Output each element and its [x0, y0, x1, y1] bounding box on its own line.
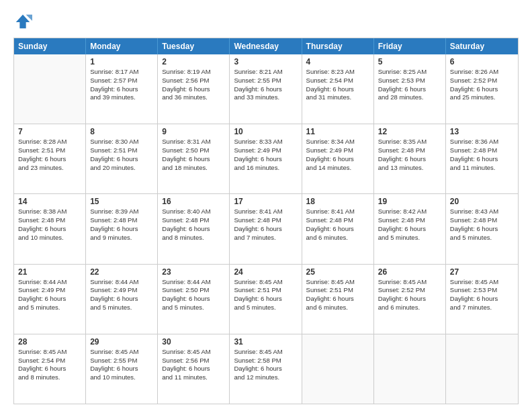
cell-info: Sunrise: 8:39 AM Sunset: 2:48 PM Dayligh… — [90, 208, 153, 242]
day-number: 10 — [234, 127, 297, 136]
cell-info: Sunrise: 8:25 AM Sunset: 2:53 PM Dayligh… — [378, 68, 441, 102]
day-number: 3 — [234, 57, 297, 66]
cell-info: Sunrise: 8:45 AM Sunset: 2:54 PM Dayligh… — [18, 348, 81, 382]
calendar-cell: 21Sunrise: 8:44 AM Sunset: 2:49 PM Dayli… — [14, 265, 86, 334]
calendar-cell: 25Sunrise: 8:45 AM Sunset: 2:51 PM Dayli… — [302, 265, 374, 334]
calendar-cell: 29Sunrise: 8:45 AM Sunset: 2:55 PM Dayli… — [86, 334, 158, 404]
day-number: 6 — [450, 57, 514, 66]
calendar-cell: 19Sunrise: 8:42 AM Sunset: 2:48 PM Dayli… — [374, 194, 446, 263]
calendar-cell: 8Sunrise: 8:30 AM Sunset: 2:51 PM Daylig… — [86, 124, 158, 193]
svg-marker-0 — [16, 15, 30, 29]
day-number: 26 — [378, 267, 441, 277]
calendar-cell: 4Sunrise: 8:23 AM Sunset: 2:54 PM Daylig… — [302, 54, 374, 124]
page: SundayMondayTuesdayWednesdayThursdayFrid… — [0, 0, 532, 411]
cell-info: Sunrise: 8:19 AM Sunset: 2:56 PM Dayligh… — [162, 68, 225, 102]
cell-info: Sunrise: 8:44 AM Sunset: 2:49 PM Dayligh… — [90, 278, 153, 312]
day-number: 30 — [162, 337, 225, 347]
header-day-monday: Monday — [86, 38, 158, 54]
day-number: 20 — [450, 197, 514, 206]
day-number: 1 — [90, 57, 153, 66]
calendar-cell: 12Sunrise: 8:35 AM Sunset: 2:48 PM Dayli… — [374, 124, 446, 193]
cell-info: Sunrise: 8:17 AM Sunset: 2:57 PM Dayligh… — [90, 68, 153, 102]
calendar-header: SundayMondayTuesdayWednesdayThursdayFrid… — [14, 38, 518, 54]
calendar-cell — [14, 54, 86, 124]
cell-info: Sunrise: 8:36 AM Sunset: 2:48 PM Dayligh… — [450, 138, 514, 172]
calendar-cell: 13Sunrise: 8:36 AM Sunset: 2:48 PM Dayli… — [446, 124, 518, 193]
cell-info: Sunrise: 8:35 AM Sunset: 2:48 PM Dayligh… — [378, 138, 441, 172]
day-number: 21 — [18, 267, 81, 277]
cell-info: Sunrise: 8:43 AM Sunset: 2:48 PM Dayligh… — [450, 208, 514, 242]
calendar-cell: 23Sunrise: 8:44 AM Sunset: 2:50 PM Dayli… — [158, 265, 230, 334]
calendar-cell: 2Sunrise: 8:19 AM Sunset: 2:56 PM Daylig… — [158, 54, 230, 124]
header-day-thursday: Thursday — [302, 38, 374, 54]
header-day-friday: Friday — [374, 38, 446, 54]
calendar-cell: 15Sunrise: 8:39 AM Sunset: 2:48 PM Dayli… — [86, 194, 158, 263]
calendar-cell: 17Sunrise: 8:41 AM Sunset: 2:48 PM Dayli… — [230, 194, 302, 263]
cell-info: Sunrise: 8:45 AM Sunset: 2:56 PM Dayligh… — [162, 348, 225, 382]
calendar-cell: 22Sunrise: 8:44 AM Sunset: 2:49 PM Dayli… — [86, 265, 158, 334]
day-number: 13 — [450, 127, 514, 136]
calendar-row-1: 1Sunrise: 8:17 AM Sunset: 2:57 PM Daylig… — [14, 54, 518, 124]
calendar-cell — [374, 334, 446, 404]
cell-info: Sunrise: 8:40 AM Sunset: 2:48 PM Dayligh… — [162, 208, 225, 242]
calendar-cell — [302, 334, 374, 404]
header-day-wednesday: Wednesday — [230, 38, 302, 54]
calendar-cell: 26Sunrise: 8:45 AM Sunset: 2:52 PM Dayli… — [374, 265, 446, 334]
logo-icon — [13, 12, 32, 31]
cell-info: Sunrise: 8:45 AM Sunset: 2:52 PM Dayligh… — [378, 278, 441, 312]
calendar-cell: 28Sunrise: 8:45 AM Sunset: 2:54 PM Dayli… — [14, 334, 86, 404]
day-number: 31 — [234, 337, 297, 347]
calendar-cell: 31Sunrise: 8:45 AM Sunset: 2:58 PM Dayli… — [230, 334, 302, 404]
calendar-cell: 30Sunrise: 8:45 AM Sunset: 2:56 PM Dayli… — [158, 334, 230, 404]
cell-info: Sunrise: 8:34 AM Sunset: 2:49 PM Dayligh… — [306, 138, 369, 172]
cell-info: Sunrise: 8:45 AM Sunset: 2:51 PM Dayligh… — [306, 278, 369, 312]
calendar-row-2: 7Sunrise: 8:28 AM Sunset: 2:51 PM Daylig… — [14, 124, 518, 193]
day-number: 14 — [18, 197, 81, 206]
day-number: 23 — [162, 267, 225, 277]
day-number: 4 — [306, 57, 369, 66]
calendar-row-4: 21Sunrise: 8:44 AM Sunset: 2:49 PM Dayli… — [14, 264, 518, 334]
cell-info: Sunrise: 8:44 AM Sunset: 2:50 PM Dayligh… — [162, 278, 225, 312]
day-number: 5 — [378, 57, 441, 66]
cell-info: Sunrise: 8:28 AM Sunset: 2:51 PM Dayligh… — [18, 138, 81, 172]
cell-info: Sunrise: 8:38 AM Sunset: 2:48 PM Dayligh… — [18, 208, 81, 242]
day-number: 8 — [90, 127, 153, 136]
calendar: SundayMondayTuesdayWednesdayThursdayFrid… — [13, 38, 519, 404]
calendar-row-5: 28Sunrise: 8:45 AM Sunset: 2:54 PM Dayli… — [14, 334, 518, 404]
calendar-cell: 10Sunrise: 8:33 AM Sunset: 2:49 PM Dayli… — [230, 124, 302, 193]
header-day-sunday: Sunday — [14, 38, 86, 54]
cell-info: Sunrise: 8:45 AM Sunset: 2:58 PM Dayligh… — [234, 348, 297, 382]
cell-info: Sunrise: 8:21 AM Sunset: 2:55 PM Dayligh… — [234, 68, 297, 102]
day-number: 11 — [306, 127, 369, 136]
calendar-cell: 9Sunrise: 8:31 AM Sunset: 2:50 PM Daylig… — [158, 124, 230, 193]
day-number: 7 — [18, 127, 81, 136]
day-number: 2 — [162, 57, 225, 66]
cell-info: Sunrise: 8:42 AM Sunset: 2:48 PM Dayligh… — [378, 208, 441, 242]
header-day-tuesday: Tuesday — [158, 38, 230, 54]
calendar-cell: 5Sunrise: 8:25 AM Sunset: 2:53 PM Daylig… — [374, 54, 446, 124]
day-number: 28 — [18, 337, 81, 347]
cell-info: Sunrise: 8:44 AM Sunset: 2:49 PM Dayligh… — [18, 278, 81, 312]
calendar-cell: 1Sunrise: 8:17 AM Sunset: 2:57 PM Daylig… — [86, 54, 158, 124]
calendar-cell: 14Sunrise: 8:38 AM Sunset: 2:48 PM Dayli… — [14, 194, 86, 263]
cell-info: Sunrise: 8:41 AM Sunset: 2:48 PM Dayligh… — [306, 208, 369, 242]
day-number: 16 — [162, 197, 225, 206]
calendar-cell: 18Sunrise: 8:41 AM Sunset: 2:48 PM Dayli… — [302, 194, 374, 263]
cell-info: Sunrise: 8:45 AM Sunset: 2:51 PM Dayligh… — [234, 278, 297, 312]
calendar-cell: 11Sunrise: 8:34 AM Sunset: 2:49 PM Dayli… — [302, 124, 374, 193]
day-number: 29 — [90, 337, 153, 347]
calendar-cell: 7Sunrise: 8:28 AM Sunset: 2:51 PM Daylig… — [14, 124, 86, 193]
cell-info: Sunrise: 8:33 AM Sunset: 2:49 PM Dayligh… — [234, 138, 297, 172]
day-number: 15 — [90, 197, 153, 206]
day-number: 22 — [90, 267, 153, 277]
calendar-row-3: 14Sunrise: 8:38 AM Sunset: 2:48 PM Dayli… — [14, 193, 518, 263]
day-number: 25 — [306, 267, 369, 277]
cell-info: Sunrise: 8:26 AM Sunset: 2:52 PM Dayligh… — [450, 68, 514, 102]
calendar-cell: 6Sunrise: 8:26 AM Sunset: 2:52 PM Daylig… — [446, 54, 518, 124]
day-number: 18 — [306, 197, 369, 206]
day-number: 17 — [234, 197, 297, 206]
cell-info: Sunrise: 8:41 AM Sunset: 2:48 PM Dayligh… — [234, 208, 297, 242]
logo — [13, 12, 35, 31]
cell-info: Sunrise: 8:23 AM Sunset: 2:54 PM Dayligh… — [306, 68, 369, 102]
calendar-cell: 16Sunrise: 8:40 AM Sunset: 2:48 PM Dayli… — [158, 194, 230, 263]
